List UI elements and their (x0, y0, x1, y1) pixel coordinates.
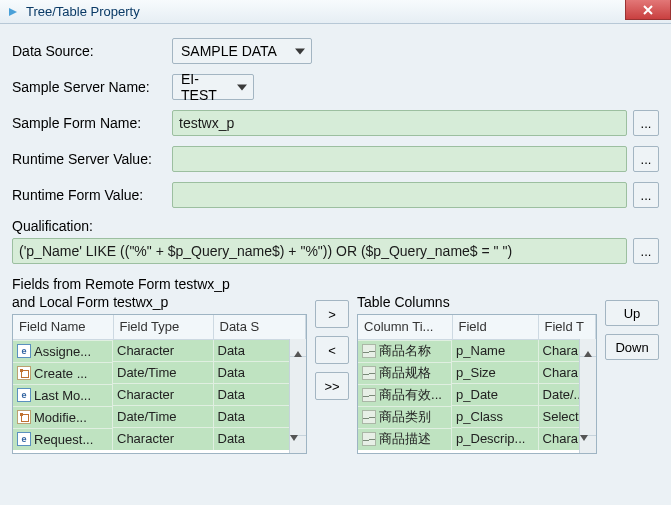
runtime-server-input[interactable] (172, 146, 627, 172)
form-area: Data Source: SAMPLE DATA Sample Server N… (0, 24, 671, 264)
fields-heading-line2: and Local Form testwx_p (12, 294, 307, 310)
table-row[interactable]: 商品类别p_ClassSelect... (358, 406, 595, 428)
sample-form-input[interactable]: testwx_p (172, 110, 627, 136)
runtime-form-input[interactable] (172, 182, 627, 208)
move-all-right-button[interactable]: >> (315, 372, 349, 400)
sample-form-value: testwx_p (179, 115, 234, 131)
column-icon (362, 410, 376, 424)
table-row[interactable]: eAssigne...CharacterData (13, 339, 306, 362)
runtime-form-browse-button[interactable]: ... (633, 182, 659, 208)
table-row[interactable]: 商品名称p_NameChara... (358, 339, 595, 362)
fields-panel: Fields from Remote Form testwx_p and Loc… (12, 276, 307, 454)
data-source-label: Data Source: (12, 43, 172, 59)
up-button[interactable]: Up (605, 300, 659, 326)
fields-table[interactable]: Field Name Field Type Data S eAssigne...… (13, 315, 306, 450)
columns-header-type[interactable]: Field T (538, 315, 595, 339)
data-source-select[interactable]: SAMPLE DATA (172, 38, 312, 64)
char-field-icon: e (17, 388, 31, 402)
table-row[interactable]: Create ...Date/TimeData (13, 362, 306, 384)
table-row[interactable]: 商品描述p_Descrip...Chara... (358, 428, 595, 450)
column-icon (362, 366, 376, 380)
column-field-cell: p_Descrip... (452, 428, 538, 450)
scroll-down-icon[interactable] (580, 435, 596, 453)
columns-table[interactable]: Column Ti... Field Field T 商品名称p_NameCha… (358, 315, 596, 450)
data-source-value: SAMPLE DATA (181, 43, 277, 59)
column-title-cell: 商品有效... (358, 384, 452, 406)
column-icon (362, 388, 376, 402)
down-button[interactable]: Down (605, 334, 659, 360)
column-icon (362, 344, 376, 358)
runtime-form-label: Runtime Form Value: (12, 187, 172, 203)
table-row[interactable]: 商品规格p_SizeChara... (358, 362, 595, 384)
field-name-cell: Modifie... (13, 406, 113, 428)
title-bar: Tree/Table Property (0, 0, 671, 24)
sample-server-label: Sample Server Name: (12, 79, 172, 95)
fields-heading-line1: Fields from Remote Form testwx_p (12, 276, 307, 292)
transfer-buttons: > < >> (315, 300, 349, 400)
app-icon (6, 5, 20, 19)
columns-table-wrap: Column Ti... Field Field T 商品名称p_NameCha… (357, 314, 597, 454)
field-type-cell: Character (113, 428, 213, 450)
scroll-down-icon[interactable] (290, 435, 306, 453)
column-field-cell: p_Class (452, 406, 538, 428)
fields-header-name[interactable]: Field Name (13, 315, 113, 339)
columns-heading: Table Columns (357, 294, 597, 310)
lower-section: Fields from Remote Form testwx_p and Loc… (0, 276, 671, 454)
column-title-cell: 商品描述 (358, 428, 452, 450)
columns-header-field[interactable]: Field (452, 315, 538, 339)
runtime-server-browse-button[interactable]: ... (633, 146, 659, 172)
sample-form-browse-button[interactable]: ... (633, 110, 659, 136)
svg-marker-0 (9, 8, 17, 16)
move-left-button[interactable]: < (315, 336, 349, 364)
table-row[interactable]: 商品有效...p_DateDate/... (358, 384, 595, 406)
move-right-button[interactable]: > (315, 300, 349, 328)
char-field-icon: e (17, 344, 31, 358)
date-field-icon (17, 410, 31, 424)
column-title-cell: 商品规格 (358, 362, 452, 384)
field-type-cell: Date/Time (113, 406, 213, 428)
field-name-cell: eRequest... (13, 428, 113, 450)
scroll-up-icon[interactable] (290, 339, 306, 357)
fields-table-wrap: Field Name Field Type Data S eAssigne...… (12, 314, 307, 454)
table-row[interactable]: eLast Mo...CharacterData (13, 384, 306, 406)
field-type-cell: Date/Time (113, 362, 213, 384)
table-row[interactable]: eRequest...CharacterData (13, 428, 306, 450)
char-field-icon: e (17, 432, 31, 446)
column-field-cell: p_Date (452, 384, 538, 406)
sample-server-select[interactable]: EI-TEST (172, 74, 254, 100)
column-title-cell: 商品名称 (358, 340, 452, 362)
column-field-cell: p_Name (452, 339, 538, 362)
columns-panel: Table Columns Column Ti... Field Field T… (357, 276, 597, 454)
column-field-cell: p_Size (452, 362, 538, 384)
fields-header-data[interactable]: Data S (213, 315, 306, 339)
field-type-cell: Character (113, 339, 213, 362)
fields-header-type[interactable]: Field Type (113, 315, 213, 339)
fields-vscroll[interactable] (289, 339, 306, 453)
field-type-cell: Character (113, 384, 213, 406)
qualification-browse-button[interactable]: ... (633, 238, 659, 264)
table-row[interactable]: Modifie...Date/TimeData (13, 406, 306, 428)
qualification-value: ('p_Name' LIKE (("%" + $p_Query_name$) +… (19, 243, 512, 259)
date-field-icon (17, 366, 31, 380)
runtime-server-label: Runtime Server Value: (12, 151, 172, 167)
columns-vscroll[interactable] (579, 339, 596, 453)
column-icon (362, 432, 376, 446)
columns-header-title[interactable]: Column Ti... (358, 315, 452, 339)
sample-form-label: Sample Form Name: (12, 115, 172, 131)
qualification-input[interactable]: ('p_Name' LIKE (("%" + $p_Query_name$) +… (12, 238, 627, 264)
scroll-up-icon[interactable] (580, 339, 596, 357)
close-button[interactable] (625, 0, 671, 20)
window-title: Tree/Table Property (26, 4, 140, 19)
column-title-cell: 商品类别 (358, 406, 452, 428)
field-name-cell: eLast Mo... (13, 384, 113, 406)
qualification-label: Qualification: (12, 218, 659, 234)
sample-server-value: EI-TEST (181, 71, 231, 103)
order-buttons: Up Down (605, 300, 659, 360)
field-name-cell: Create ... (13, 362, 113, 384)
field-name-cell: eAssigne... (13, 340, 113, 362)
